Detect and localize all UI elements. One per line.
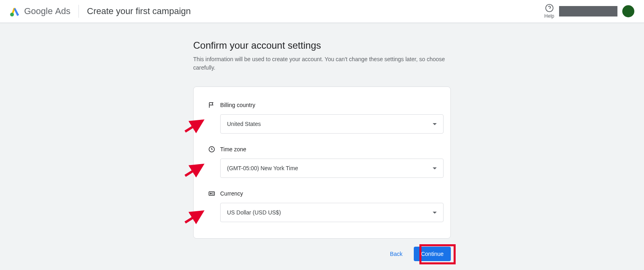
avatar[interactable] bbox=[622, 5, 634, 17]
currency-label: Currency bbox=[220, 190, 243, 197]
chevron-down-icon bbox=[433, 212, 437, 214]
arrow-annotation-icon bbox=[183, 162, 207, 179]
footer-actions: Back Continue bbox=[193, 247, 451, 261]
help-button[interactable]: Help bbox=[544, 4, 554, 19]
continue-button[interactable]: Continue bbox=[414, 247, 451, 261]
clock-icon bbox=[208, 146, 215, 153]
svg-line-13 bbox=[185, 212, 202, 223]
time-zone-label-row: Time zone bbox=[208, 146, 436, 153]
help-icon bbox=[545, 4, 554, 12]
header-divider bbox=[78, 5, 79, 18]
billing-country-label: Billing country bbox=[220, 102, 255, 108]
google-ads-logo-icon bbox=[10, 6, 21, 17]
help-label: Help bbox=[544, 13, 554, 19]
arrow-annotation-icon bbox=[183, 117, 207, 135]
content-wrapper: Confirm your account settings This infor… bbox=[193, 40, 451, 261]
logo-section[interactable]: Google Ads bbox=[10, 6, 70, 17]
billing-country-select[interactable]: United States bbox=[220, 114, 444, 134]
account-info-placeholder bbox=[559, 6, 617, 16]
page-title: Confirm your account settings bbox=[193, 40, 451, 51]
time-zone-label: Time zone bbox=[220, 146, 246, 153]
svg-line-7 bbox=[185, 165, 202, 176]
chevron-down-icon bbox=[433, 167, 437, 169]
header: Google Ads Create your first campaign He… bbox=[0, 0, 644, 23]
currency-label-row: Currency bbox=[208, 190, 436, 197]
back-button[interactable]: Back bbox=[388, 247, 404, 260]
currency-card-icon bbox=[208, 190, 215, 197]
billing-country-value: United States bbox=[227, 121, 261, 127]
chevron-down-icon bbox=[433, 123, 437, 125]
flag-icon bbox=[208, 101, 215, 109]
settings-card: Billing country United States bbox=[193, 87, 451, 239]
logo-text: Google Ads bbox=[24, 6, 70, 16]
header-right: Help bbox=[544, 4, 634, 19]
page-subtitle: This information will be used to create … bbox=[193, 55, 447, 72]
time-zone-value: (GMT-05:00) New York Time bbox=[227, 165, 298, 171]
currency-group: Currency US Dollar (USD US$) bbox=[208, 190, 436, 222]
svg-line-4 bbox=[185, 121, 202, 132]
time-zone-group: Time zone (GMT-05:00) New York Time bbox=[208, 146, 436, 178]
billing-country-group: Billing country United States bbox=[208, 101, 436, 134]
time-zone-select[interactable]: (GMT-05:00) New York Time bbox=[220, 159, 444, 178]
svg-point-9 bbox=[210, 193, 211, 194]
billing-country-label-row: Billing country bbox=[208, 101, 436, 109]
currency-select[interactable]: US Dollar (USD US$) bbox=[220, 203, 444, 222]
main-content: Confirm your account settings This infor… bbox=[0, 23, 644, 261]
arrow-annotation-icon bbox=[183, 208, 207, 226]
currency-value: US Dollar (USD US$) bbox=[227, 209, 281, 216]
svg-point-0 bbox=[10, 13, 14, 16]
page-header-title: Create your first campaign bbox=[87, 6, 191, 16]
